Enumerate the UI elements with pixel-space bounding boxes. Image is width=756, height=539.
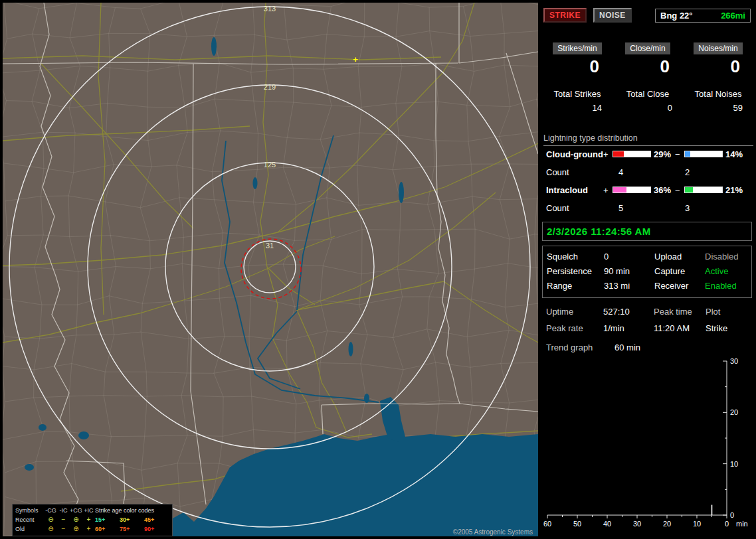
cloud-ground-count-row: Count 4 2 <box>546 167 753 177</box>
negative-percent-value: 14% <box>725 149 747 159</box>
strike-mode-button[interactable]: STRIKE <box>543 8 587 23</box>
bearing-value: Bng 22° <box>660 11 693 21</box>
age-code: 45+ <box>144 517 169 523</box>
negative-percent-bar <box>684 151 723 157</box>
receiver-status: Enabled <box>705 281 751 291</box>
svg-text:0: 0 <box>730 511 734 519</box>
range-label: Range <box>547 281 604 291</box>
capture-label: Capture <box>654 266 705 276</box>
svg-text:10: 10 <box>693 520 701 528</box>
legend-header-row: Symbols -CG -IC +CG +IC Strike age color… <box>15 506 172 515</box>
positive-count: 4 <box>618 167 623 177</box>
range-ring-label: 31 <box>266 242 274 250</box>
range-ring-label: 313 <box>264 5 276 13</box>
clock-display: 2/3/2026 11:24:56 AM <box>542 222 752 241</box>
rate-label-chip: Close/min <box>625 42 670 54</box>
total-strikes: Total Strikes 14 <box>542 89 613 113</box>
trend-graph: 30201006050403020100min <box>542 356 753 532</box>
map-panel[interactable]: 313 219 125 31 + Symbols -CG -IC +CG +IC… <box>3 3 538 536</box>
plot-label: Plot <box>706 307 752 317</box>
upload-status: Disabled <box>705 252 751 262</box>
positive-count: 5 <box>618 203 623 213</box>
distribution-title: Lightning type distribution <box>543 133 753 146</box>
legend-type-pos-ic: +IC <box>82 508 95 514</box>
rate-label-chip: Strikes/min <box>553 42 601 54</box>
bar-fill <box>613 151 624 157</box>
range-value: 313 mi <box>604 281 654 291</box>
rate-value: 0 <box>542 56 613 77</box>
legend-symbols-header: Symbols <box>15 508 45 514</box>
intracloud-count-row: Count 5 3 <box>546 202 753 213</box>
legend-row-label: Old <box>15 526 45 532</box>
legend-row-label: Recent <box>15 517 45 523</box>
total-label: Total Noises <box>683 89 753 99</box>
cloud-ground-row: Cloud-ground + 29% − 14% <box>546 149 753 159</box>
neg-ic-symbol-icon: − <box>57 526 70 532</box>
legend-row-old: Old ⊖ − ⊕ + 60+ 75+ 90+ <box>15 524 172 534</box>
bearing-display: Bng 22° 266mi <box>655 9 751 23</box>
status-panel: STRIKE NOISE Bng 22° 266mi Strikes/min 0… <box>542 3 753 536</box>
svg-text:20: 20 <box>730 408 738 416</box>
age-code: 90+ <box>144 526 169 532</box>
pos-cg-symbol-icon: ⊕ <box>70 526 82 532</box>
mode-toolbar: STRIKE NOISE Bng 22° 266mi <box>543 8 751 23</box>
app-window: 313 219 125 31 + Symbols -CG -IC +CG +IC… <box>0 0 756 539</box>
svg-text:20: 20 <box>663 520 671 528</box>
total-label: Total Close <box>613 89 683 99</box>
pos-ic-symbol-icon: + <box>82 516 95 523</box>
total-noises: Total Noises 59 <box>683 89 753 113</box>
age-code: 15+ <box>95 517 120 523</box>
totals-row: Total Strikes 14 Total Close 0 Total Noi… <box>542 89 753 113</box>
svg-text:0: 0 <box>725 520 729 528</box>
peak-time-value: 11:20 AM <box>654 323 706 333</box>
svg-text:50: 50 <box>573 520 581 528</box>
positive-percent-value: 29% <box>654 149 675 159</box>
svg-text:60: 60 <box>543 520 551 528</box>
total-value: 14 <box>542 103 613 113</box>
settings-box: Squelch 0 Upload Disabled Persistence 90… <box>542 246 752 298</box>
count-label: Count <box>546 203 603 213</box>
svg-text:30: 30 <box>633 520 641 528</box>
total-close: Total Close 0 <box>613 89 683 113</box>
total-label: Total Strikes <box>542 89 613 99</box>
persistence-value: 90 min <box>604 266 654 276</box>
legend-type-pos-cg: +CG <box>70 508 82 514</box>
distribution-row-label: Intracloud <box>546 185 603 195</box>
bar-fill <box>685 187 693 193</box>
neg-ic-symbol-icon: − <box>57 516 70 523</box>
uptime-label: Uptime <box>546 307 603 317</box>
squelch-label: Squelch <box>547 252 604 262</box>
age-code: 60+ <box>95 526 120 532</box>
pos-cg-symbol-icon: ⊕ <box>70 516 82 523</box>
noise-mode-button[interactable]: NOISE <box>593 8 632 23</box>
peak-rate-value: 1/min <box>603 323 654 333</box>
rate-boxes: Strikes/min 0 Close/min 0 Noises/min 0 <box>542 42 753 77</box>
copyright-text: ©2005 Astrogenic Systems <box>453 528 533 536</box>
svg-text:min: min <box>736 520 748 528</box>
upload-label: Upload <box>654 252 705 262</box>
bar-fill <box>685 151 690 157</box>
negative-percent-bar <box>684 187 723 193</box>
positive-percent-value: 36% <box>654 185 675 195</box>
strike-marker-icon: + <box>353 54 358 64</box>
capture-status: Active <box>705 266 751 276</box>
svg-text:30: 30 <box>730 357 738 365</box>
noises-per-min-box: Noises/min 0 <box>683 42 753 77</box>
trend-graph-window: 60 min <box>614 343 640 352</box>
map-canvas[interactable]: 313 219 125 31 + <box>3 3 538 536</box>
legend-age-header: Strike age color codes <box>95 508 169 514</box>
plot-value: Strike <box>706 323 752 333</box>
total-value: 0 <box>613 103 683 113</box>
receiver-label: Receiver <box>654 281 705 291</box>
positive-percent-bar <box>613 187 651 193</box>
legend-type-neg-ic: -IC <box>57 508 70 514</box>
negative-count: 3 <box>685 203 690 213</box>
svg-text:10: 10 <box>730 460 738 468</box>
rate-value: 0 <box>613 56 683 77</box>
rate-value: 0 <box>683 56 753 77</box>
legend-type-neg-cg: -CG <box>45 508 57 514</box>
map-legend: Symbols -CG -IC +CG +IC Strike age color… <box>12 504 173 536</box>
plus-sign: + <box>603 149 613 159</box>
count-label: Count <box>546 167 603 177</box>
negative-count: 2 <box>685 167 690 177</box>
